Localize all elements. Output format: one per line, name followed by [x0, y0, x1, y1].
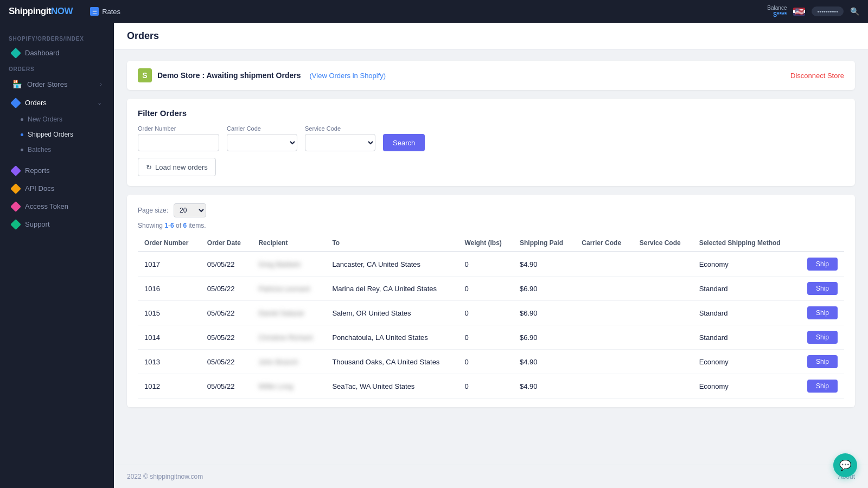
table-row: 1012 05/05/22 Willie Long SeaTac, WA Uni… — [138, 374, 844, 399]
cell-carrier-code — [575, 350, 633, 374]
cell-shipping-paid: $4.90 — [513, 350, 575, 374]
service-code-select[interactable] — [305, 134, 375, 151]
sidebar-item-reports[interactable]: Reports — [3, 162, 111, 179]
refresh-icon: ↻ — [146, 163, 152, 171]
balance-amount: $**** — [767, 11, 787, 18]
disconnect-store-button[interactable]: Disconnect Store — [790, 72, 844, 80]
cell-shipping-paid: $4.90 — [513, 374, 575, 399]
carrier-code-group: Carrier Code — [227, 125, 297, 151]
cell-weight: 0 — [458, 374, 513, 399]
table-row: 1016 05/05/22 Patricia Leonard Marina de… — [138, 277, 844, 301]
cell-to: Lancaster, CA United States — [326, 252, 458, 277]
ship-button[interactable]: Ship — [807, 331, 838, 344]
cell-shipping-paid: $6.90 — [513, 325, 575, 350]
rates-tab[interactable]: ☰ Rates — [84, 5, 127, 18]
ship-button[interactable]: Ship — [807, 306, 838, 319]
sidebar-item-orders[interactable]: Orders ⌄ — [3, 94, 111, 112]
cell-carrier-code — [575, 374, 633, 399]
cell-shipping-paid: $6.90 — [513, 277, 575, 301]
cell-service-code — [633, 252, 693, 277]
ship-button[interactable]: Ship — [807, 355, 838, 368]
cell-service-code — [633, 350, 693, 374]
cell-shipping-paid: $6.90 — [513, 301, 575, 325]
store-banner: S Demo Store : Awaiting shipment Orders … — [127, 61, 855, 90]
user-chip[interactable]: •••••••••• — [812, 7, 844, 16]
sidebar-section-orders: ORDERS — [0, 62, 114, 74]
cell-service-code — [633, 301, 693, 325]
table-controls: Page size: 20 50 100 — [138, 203, 844, 217]
page-header: Orders — [114, 23, 868, 50]
sidebar-item-support[interactable]: Support — [3, 215, 111, 233]
load-new-orders-button[interactable]: ↻ Load new orders — [138, 158, 216, 176]
page-body: S Demo Store : Awaiting shipment Orders … — [114, 50, 868, 465]
sidebar-item-access-token[interactable]: Access Token — [3, 197, 111, 215]
cell-shipping-method: Standard — [693, 325, 796, 350]
cell-recipient: John Branch — [252, 350, 326, 374]
cell-weight: 0 — [458, 277, 513, 301]
col-order-date: Order Date — [201, 235, 252, 252]
orders-table: Order Number Order Date Recipient To Wei… — [138, 235, 844, 399]
page-size-select[interactable]: 20 50 100 — [174, 203, 206, 217]
cell-ship-action: Ship — [796, 277, 844, 301]
cell-order-number: 1013 — [138, 350, 201, 374]
support-icon — [10, 219, 21, 230]
balance-label: Balance — [767, 5, 787, 11]
sidebar-item-shipped-orders-label: Shipped Orders — [28, 131, 73, 138]
api-docs-icon — [10, 183, 21, 194]
view-orders-link[interactable]: (View Orders in Shopify) — [310, 72, 386, 80]
cell-ship-action: Ship — [796, 325, 844, 350]
search-icon[interactable]: 🔍 — [850, 7, 859, 16]
sidebar-item-api-docs[interactable]: API Docs — [3, 179, 111, 197]
cell-order-number: 1015 — [138, 301, 201, 325]
order-number-input[interactable] — [138, 134, 219, 151]
chat-icon: 💬 — [839, 459, 851, 471]
order-number-label: Order Number — [138, 125, 219, 132]
orders-icon — [10, 98, 21, 108]
cell-order-number: 1016 — [138, 277, 201, 301]
cell-to: Marina del Rey, CA United States — [326, 277, 458, 301]
cell-weight: 0 — [458, 252, 513, 277]
cell-order-date: 05/05/22 — [201, 350, 252, 374]
cell-carrier-code — [575, 277, 633, 301]
sidebar-item-new-orders[interactable]: New Orders — [21, 112, 111, 127]
cell-service-code — [633, 374, 693, 399]
chat-bubble[interactable]: 💬 — [833, 453, 857, 477]
cell-shipping-method: Economy — [693, 252, 796, 277]
sidebar-item-access-token-label: Access Token — [25, 202, 68, 210]
topnav-right: Balance $**** 🇺🇸 •••••••••• 🔍 — [767, 5, 859, 18]
ship-button[interactable]: Ship — [807, 380, 838, 393]
cell-weight: 0 — [458, 301, 513, 325]
orders-submenu: New Orders Shipped Orders Batches — [0, 112, 114, 157]
user-email: •••••••••• — [817, 8, 838, 15]
cell-recipient: Christine Richard — [252, 325, 326, 350]
cell-carrier-code — [575, 301, 633, 325]
cell-shipping-paid: $4.90 — [513, 252, 575, 277]
sidebar-item-shipped-orders[interactable]: Shipped Orders — [21, 127, 111, 142]
table-header-row: Order Number Order Date Recipient To Wei… — [138, 235, 844, 252]
cell-order-date: 05/05/22 — [201, 325, 252, 350]
balance-block: Balance $**** — [767, 5, 787, 18]
search-button[interactable]: Search — [383, 134, 425, 151]
carrier-code-select[interactable] — [227, 134, 297, 151]
ship-button[interactable]: Ship — [807, 282, 838, 295]
cell-order-date: 05/05/22 — [201, 301, 252, 325]
service-code-label: Service Code — [305, 125, 375, 132]
sidebar-item-batches[interactable]: Batches — [21, 142, 111, 157]
footer-copyright: 2022 © shippingitnow.com — [127, 473, 203, 480]
ship-button[interactable]: Ship — [807, 258, 838, 271]
sidebar-item-dashboard[interactable]: Dashboard — [3, 44, 111, 62]
sidebar-section-shopify: SHOPIFY/ORDERS/INDEX — [0, 31, 114, 44]
cell-order-number: 1012 — [138, 374, 201, 399]
store-banner-left: S Demo Store : Awaiting shipment Orders … — [138, 68, 386, 82]
logo[interactable]: ShippingitNOW — [9, 6, 73, 17]
carrier-code-label: Carrier Code — [227, 125, 297, 132]
showing-total: 6 — [183, 222, 187, 229]
col-recipient: Recipient — [252, 235, 326, 252]
page-size-label: Page size: — [138, 207, 168, 214]
showing-text: Showing 1-6 of 6 items. — [138, 222, 844, 229]
new-orders-dot — [21, 118, 23, 121]
sidebar-item-order-stores[interactable]: 🏪 Order Stores › — [3, 74, 111, 94]
table-row: 1015 05/05/22 Daniel Salazar Salem, OR U… — [138, 301, 844, 325]
col-order-number: Order Number — [138, 235, 201, 252]
col-shipping-paid: Shipping Paid — [513, 235, 575, 252]
